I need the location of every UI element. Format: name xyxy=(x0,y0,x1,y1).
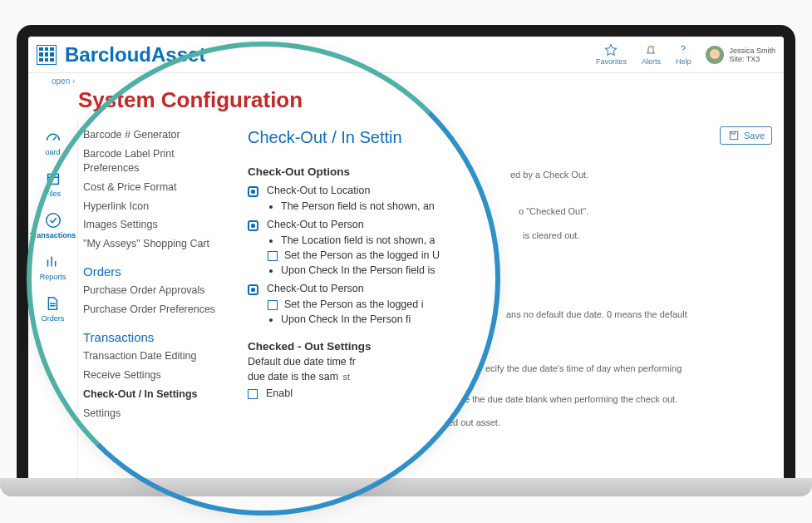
sidebar-hdr-transactions: Transactions xyxy=(83,330,231,344)
leftnav-label: Files xyxy=(45,190,61,198)
option-label: Check-Out to Person xyxy=(267,219,364,230)
checkbox-icon[interactable] xyxy=(248,389,258,399)
enable-label: Enabl xyxy=(266,387,293,399)
alerts-label: Alerts xyxy=(642,57,661,66)
radio-option-location[interactable]: Check-Out to Location xyxy=(248,185,772,197)
save-icon xyxy=(727,129,741,142)
check-circle-icon xyxy=(44,211,62,229)
faded-text: e the due date blank when performing the… xyxy=(465,394,677,404)
radio-option-person[interactable]: Check-Out to Person xyxy=(248,219,772,231)
settings-sidebar: Barcode # Generator Barcode Label Print … xyxy=(78,120,236,489)
sidebar-item[interactable]: Transaction Date Editing xyxy=(83,349,231,363)
svg-point-0 xyxy=(652,46,655,49)
leftnav-reports[interactable]: Reports xyxy=(40,253,66,281)
leftnav-label: Transactions xyxy=(30,231,76,239)
svg-rect-4 xyxy=(730,131,737,139)
faded-text: o "Checked Out". xyxy=(519,206,588,216)
avatar xyxy=(706,46,724,64)
radio-icon[interactable] xyxy=(248,284,258,295)
setting-text: due date is the sam xyxy=(248,371,338,382)
faded-text: ed by a Check Out. xyxy=(510,170,588,180)
box-icon xyxy=(44,170,62,188)
user-site: Site: TX3 xyxy=(729,55,775,63)
help-button[interactable]: Help xyxy=(676,43,691,66)
faded-text: ecify the due date's time of day when pe… xyxy=(485,363,682,373)
leftnav-files[interactable]: Files xyxy=(44,170,62,198)
checkbox-icon[interactable] xyxy=(268,300,278,310)
leftnav-orders[interactable]: Orders xyxy=(42,294,65,323)
sidebar-item[interactable]: Settings xyxy=(83,407,231,421)
laptop-base xyxy=(0,478,812,496)
sub-option-label: Set the Person as the logged in U xyxy=(284,249,440,261)
option-detail: Upon Check In the Person field is xyxy=(281,264,772,276)
sidebar-item[interactable]: Images Settings xyxy=(83,218,231,232)
bell-icon xyxy=(644,43,657,57)
bar-chart-icon xyxy=(43,253,62,271)
favorites-button[interactable]: Favorites xyxy=(596,43,627,66)
save-button[interactable]: Save xyxy=(720,126,772,145)
question-icon xyxy=(677,43,690,57)
svg-point-1 xyxy=(683,52,684,53)
faded-text: ans no default due date. 0 means the def… xyxy=(506,309,687,319)
faded-text: st xyxy=(343,372,351,382)
section-checked-out: Checked - Out Settings xyxy=(248,340,772,353)
checkbox-icon[interactable] xyxy=(268,251,278,261)
star-icon xyxy=(604,43,618,57)
sidebar-item[interactable]: Hyperlink Icon xyxy=(83,200,231,214)
sidebar-item[interactable]: Receive Settings xyxy=(83,368,231,382)
leftnav-dashboard[interactable]: oard xyxy=(44,128,62,156)
sub-option-label: Set the Person as the logged i xyxy=(284,299,423,310)
option-label: Check-Out to Person xyxy=(267,283,364,294)
sub-option[interactable]: Set the Person as the logged i xyxy=(268,299,772,310)
radio-icon[interactable] xyxy=(248,186,258,197)
sidebar-item[interactable]: "My Asseys" Shopping Cart xyxy=(83,237,231,251)
user-name: Jessica Smith xyxy=(729,47,775,55)
favorites-label: Favorites xyxy=(596,57,627,66)
sidebar-item[interactable]: Barcode Label Print Preferences xyxy=(83,147,231,175)
sidebar-item[interactable]: Barcode # Generator xyxy=(83,128,231,142)
radio-option-person2[interactable]: Check-Out to Person xyxy=(248,283,772,295)
help-label: Help xyxy=(676,57,691,66)
leftnav-label: Reports xyxy=(40,273,66,281)
svg-point-3 xyxy=(46,214,60,228)
radio-icon[interactable] xyxy=(248,220,258,231)
app-logo-grid-icon[interactable] xyxy=(37,45,57,65)
sidebar-hdr-orders: Orders xyxy=(83,264,231,279)
panel-title: Check-Out / In Settin xyxy=(248,128,772,147)
option-label: Check-Out to Location xyxy=(267,185,370,196)
document-icon xyxy=(43,294,62,313)
alerts-button[interactable]: Alerts xyxy=(642,43,661,66)
leftnav-label: oard xyxy=(45,148,60,156)
sidebar-item[interactable]: Cost & Price Format xyxy=(83,180,231,195)
topbar: BarcloudAsset Favorites Alerts Help Jess… xyxy=(28,37,784,73)
leftnav: oard Files Transactions Reports Orders xyxy=(28,120,78,489)
breadcrumb[interactable]: open › xyxy=(28,73,784,86)
sub-option[interactable]: Set the Person as the logged in U xyxy=(268,249,772,261)
svg-rect-2 xyxy=(47,175,58,185)
sidebar-item-checkout[interactable]: Check-Out / In Settings xyxy=(83,387,231,402)
faded-text: is cleared out. xyxy=(523,230,579,240)
sidebar-item[interactable]: Purchase Order Approvals xyxy=(83,284,231,298)
leftnav-label: Orders xyxy=(42,314,65,323)
user-menu[interactable]: Jessica Smith Site: TX3 xyxy=(706,46,775,64)
save-label: Save xyxy=(744,131,765,141)
sidebar-item[interactable]: Purchase Order Preferences xyxy=(83,303,231,317)
leftnav-transactions[interactable]: Transactions xyxy=(30,211,76,239)
main-panel: Check-Out / In Settin Save ed by a Check… xyxy=(236,120,784,489)
page-title: System Configuration xyxy=(28,86,784,120)
brand-title: BarcloudAsset xyxy=(65,43,205,67)
gauge-icon xyxy=(44,128,62,146)
faded-text: ed out asset. xyxy=(448,417,500,427)
